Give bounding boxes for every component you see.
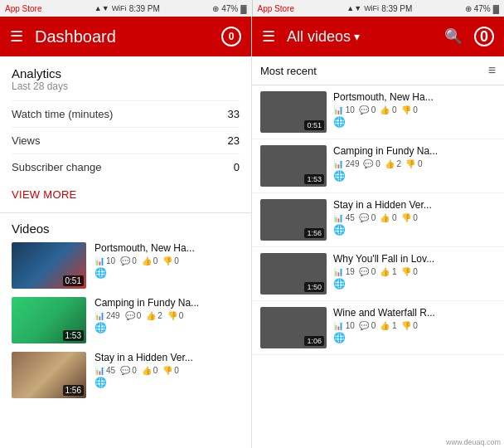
left-video-item-2[interactable]: 1:53 Camping in Fundy Na... 📊249 💬0 👍2 <box>12 297 240 343</box>
rv-public-5: 🌐 <box>333 332 496 343</box>
right-video-item-2[interactable]: 1:53 Camping in Fundy Na... 📊 249 💬 0 👍 … <box>252 139 504 193</box>
video-views-3: 📊45 <box>94 366 115 375</box>
status-icons-right: ▲▼ WiFi 8:39 PM <box>346 4 412 13</box>
dashboard-title: Dashboard <box>35 27 221 46</box>
rv-likes-1: 👍 0 <box>380 105 396 114</box>
right-video-info-3: Stay in a Hidden Ver... 📊 45 💬 0 👍 0 👎 0… <box>333 199 496 236</box>
rv-public-2: 🌐 <box>333 170 496 182</box>
video-public-1: 🌐 <box>94 267 240 279</box>
right-video-item-1[interactable]: 0:51 Portsmouth, New Ha... 📊 10 💬 0 👍 0 … <box>252 85 504 139</box>
notification-badge[interactable]: 0 <box>221 27 241 46</box>
right-video-info-4: Why You'll Fall in Lov... 📊 19 💬 0 👍 1 👎… <box>333 253 496 290</box>
right-video-name-3: Stay in a Hidden Ver... <box>333 199 496 211</box>
rv-views-2: 📊 249 <box>333 159 359 168</box>
video-name-1: Portsmouth, New Ha... <box>94 242 240 254</box>
analytics-title: Analytics <box>12 66 240 80</box>
video-thumb-3: 1:56 <box>12 352 86 398</box>
video-info-3: Stay in a Hidden Ver... 📊45 💬0 👍0 👎0 <box>94 352 240 388</box>
charge-icon-right: ⊕ <box>465 4 472 13</box>
video-duration-2: 1:53 <box>63 330 84 341</box>
right-video-thumb-2: 1:53 <box>260 145 327 187</box>
right-video-info-1: Portsmouth, New Ha... 📊 10 💬 0 👍 0 👎 0 🌐 <box>333 91 496 128</box>
most-recent-label: Most recent <box>260 65 317 77</box>
right-video-duration-5: 1:06 <box>304 336 324 346</box>
battery-left: 47% <box>221 4 238 13</box>
thumbs-up-icon: 👍 <box>142 366 152 375</box>
bar-chart-icon: 📊 <box>94 366 104 375</box>
battery-icons-left: ⊕ 47% ▓ <box>212 4 246 13</box>
video-dislikes-1: 👎0 <box>162 256 179 265</box>
video-dislikes-2: 👎0 <box>167 311 184 320</box>
video-likes-2: 👍2 <box>146 311 162 320</box>
rv-public-3: 🌐 <box>333 224 496 236</box>
most-recent-header: Most recent ≡ <box>252 56 504 85</box>
bar-chart-icon: 📊 <box>94 311 104 320</box>
right-panel: ☰ All videos ▾ 🔍 0 Most recent ≡ 0:51 <box>252 17 504 448</box>
left-header: ☰ Dashboard 0 <box>0 17 251 56</box>
panels: ☰ Dashboard 0 Analytics Last 28 days Wat… <box>0 17 504 448</box>
subscriber-value: 0 <box>234 161 240 173</box>
rv-dislikes-3: 👎 0 <box>401 213 418 222</box>
filter-icon[interactable]: ≡ <box>488 63 496 78</box>
video-views-1: 📊10 <box>94 256 115 265</box>
right-notification-badge[interactable]: 0 <box>474 27 494 46</box>
comment-icon: 💬 <box>120 256 130 265</box>
video-info-2: Camping in Fundy Na... 📊249 💬0 👍2 👎0 <box>94 297 240 334</box>
battery-bar-right: ▓ <box>493 4 499 13</box>
rv-dislikes-2: 👎 0 <box>405 159 422 168</box>
hamburger-menu-icon[interactable]: ☰ <box>10 27 23 46</box>
right-video-thumb-3: 1:56 <box>260 199 327 241</box>
right-video-item-4[interactable]: 1:50 Why You'll Fall in Lov... 📊 19 💬 0 … <box>252 247 504 301</box>
signal-icon-left: ▲▼ <box>94 4 109 12</box>
charge-icon-left: ⊕ <box>212 4 219 13</box>
right-video-duration-1: 0:51 <box>304 120 324 130</box>
videos-title: Videos <box>12 222 240 236</box>
analytics-subtitle: Last 28 days <box>12 80 240 92</box>
dropdown-arrow-icon[interactable]: ▾ <box>354 30 360 43</box>
right-video-name-2: Camping in Fundy Na... <box>333 145 496 157</box>
bar-chart-icon: 📊 <box>94 256 104 265</box>
left-video-item-1[interactable]: 0:51 Portsmouth, New Ha... 📊10 💬0 👍0 <box>12 242 240 289</box>
rv-likes-4: 👍 1 <box>380 267 396 276</box>
right-video-info-2: Camping in Fundy Na... 📊 249 💬 0 👍 2 👎 0… <box>333 145 496 182</box>
right-hamburger-icon[interactable]: ☰ <box>262 27 275 46</box>
right-video-stats-2: 📊 249 💬 0 👍 2 👎 0 <box>333 159 496 168</box>
analytics-section: Analytics Last 28 days Watch time (minut… <box>0 56 251 213</box>
battery-icons-right: ⊕ 47% ▓ <box>465 4 499 13</box>
video-thumb-1: 0:51 <box>12 242 86 289</box>
right-video-thumb-4: 1:50 <box>260 253 327 295</box>
left-video-item-3[interactable]: 1:56 Stay in a Hidden Ver... 📊45 💬0 👍0 <box>12 352 240 398</box>
rv-likes-5: 👍 1 <box>380 321 396 330</box>
wifi-icon-right: WiFi <box>364 4 379 12</box>
right-header: ☰ All videos ▾ 🔍 0 <box>252 17 504 56</box>
rv-views-1: 📊 10 <box>333 105 355 114</box>
status-icons-left: ▲▼ WiFi 8:39 PM <box>94 4 160 13</box>
video-stats-2: 📊249 💬0 👍2 👎0 <box>94 311 240 320</box>
all-videos-title: All videos ▾ <box>287 28 444 46</box>
right-video-item-5[interactable]: 1:06 Wine and Waterfall R... 📊 10 💬 0 👍 … <box>252 301 504 355</box>
video-info-1: Portsmouth, New Ha... 📊10 💬0 👍0 👎0 <box>94 242 240 279</box>
wifi-icon-left: WiFi <box>112 4 127 12</box>
watch-time-label: Watch time (minutes) <box>12 108 113 120</box>
right-video-stats-4: 📊 19 💬 0 👍 1 👎 0 <box>333 267 496 276</box>
rv-comments-5: 💬 0 <box>359 321 376 330</box>
video-thumb-2: 1:53 <box>12 297 86 343</box>
video-likes-1: 👍0 <box>142 256 158 265</box>
rv-dislikes-1: 👎 0 <box>401 105 418 114</box>
left-videos-section: Videos 0:51 Portsmouth, New Ha... 📊10 💬0 <box>0 213 251 448</box>
watch-time-value: 33 <box>228 108 240 120</box>
search-icon[interactable]: 🔍 <box>444 27 463 46</box>
rv-likes-3: 👍 0 <box>380 213 396 222</box>
time-right: 8:39 PM <box>381 4 412 13</box>
right-video-thumb-5: 1:06 <box>260 307 327 348</box>
right-video-name-5: Wine and Waterfall R... <box>333 307 496 319</box>
right-video-item-3[interactable]: 1:56 Stay in a Hidden Ver... 📊 45 💬 0 👍 … <box>252 193 504 247</box>
view-more-button[interactable]: VIEW MORE <box>12 180 240 207</box>
video-comments-2: 💬0 <box>125 311 142 320</box>
video-views-2: 📊249 <box>94 311 120 320</box>
comment-icon: 💬 <box>125 311 135 320</box>
views-label: Views <box>12 134 40 147</box>
video-name-2: Camping in Fundy Na... <box>94 297 240 309</box>
right-header-icons: 🔍 0 <box>444 27 494 46</box>
rv-views-4: 📊 19 <box>333 267 355 276</box>
